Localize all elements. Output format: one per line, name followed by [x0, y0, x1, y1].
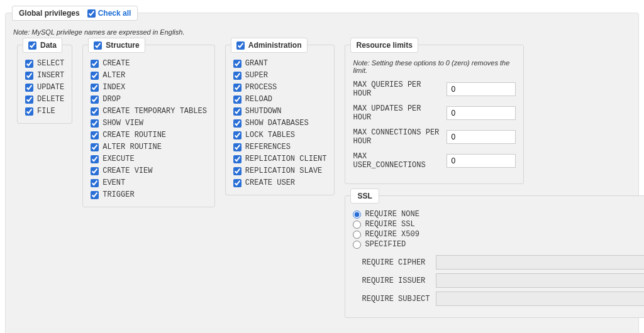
- group-data-checkbox[interactable]: [28, 41, 36, 50]
- privilege-checkbox[interactable]: [25, 84, 33, 92]
- rl-input-max-user-conn[interactable]: [447, 154, 516, 168]
- privilege-row[interactable]: SELECT: [25, 59, 64, 68]
- ssl-radio-ssl-row[interactable]: REQUIRE SSL: [353, 220, 644, 229]
- privilege-label: SHUTDOWN: [245, 107, 282, 116]
- privilege-row[interactable]: SHOW DATABASES: [233, 119, 327, 128]
- privilege-checkbox[interactable]: [91, 191, 99, 199]
- ssl-issuer-input[interactable]: [436, 273, 644, 288]
- ssl-radio-ssl-label: REQUIRE SSL: [365, 220, 414, 229]
- privilege-row[interactable]: RELOAD: [233, 95, 327, 104]
- check-all-label[interactable]: Check all: [98, 9, 131, 18]
- privilege-row[interactable]: DELETE: [25, 95, 64, 104]
- privilege-label: PROCESS: [245, 83, 277, 92]
- ssl-subject-row: REQUIRE SUBJECT: [362, 292, 644, 306]
- rl-row-max-connections: MAX CONNECTIONS PER HOUR: [353, 128, 516, 146]
- rl-label-max-user-conn: MAX USER_CONNECTIONS: [353, 152, 441, 170]
- privilege-row[interactable]: TRIGGER: [91, 190, 207, 199]
- ssl-radio-none-label: REQUIRE NONE: [365, 210, 419, 219]
- privilege-row[interactable]: CREATE: [91, 59, 207, 68]
- panel-title: Global privileges: [19, 9, 80, 18]
- privilege-checkbox[interactable]: [91, 143, 99, 151]
- privilege-row[interactable]: DROP: [91, 95, 207, 104]
- privilege-checkbox[interactable]: [25, 107, 33, 116]
- privilege-checkbox[interactable]: [233, 119, 242, 128]
- privilege-label: CREATE VIEW: [103, 166, 152, 175]
- ssl-cipher-label: REQUIRE CIPHER: [362, 258, 431, 267]
- privilege-row[interactable]: GRANT: [233, 59, 327, 68]
- privilege-row[interactable]: FILE: [25, 107, 64, 116]
- ssl-cipher-input[interactable]: [436, 255, 644, 270]
- privilege-checkbox[interactable]: [233, 167, 242, 175]
- privilege-row[interactable]: PROCESS: [233, 83, 327, 92]
- privilege-checkbox[interactable]: [91, 107, 99, 116]
- privilege-label: CREATE TEMPORARY TABLES: [103, 107, 207, 116]
- privilege-row[interactable]: EXECUTE: [91, 155, 207, 163]
- ssl-radio-spec-row[interactable]: SPECIFIED: [353, 240, 644, 249]
- privilege-row[interactable]: SHUTDOWN: [233, 107, 327, 116]
- privilege-checkbox[interactable]: [91, 131, 99, 139]
- privilege-checkbox[interactable]: [233, 143, 242, 151]
- check-all-checkbox[interactable]: [87, 9, 96, 18]
- privilege-checkbox[interactable]: [233, 155, 242, 163]
- group-structure-checkbox[interactable]: [94, 41, 102, 50]
- rl-label-max-updates: MAX UPDATES PER HOUR: [353, 104, 441, 122]
- privilege-checkbox[interactable]: [91, 155, 99, 163]
- privilege-label: REPLICATION CLIENT: [245, 155, 327, 163]
- privilege-checkbox[interactable]: [91, 167, 99, 175]
- privilege-row[interactable]: INSERT: [25, 71, 64, 80]
- ssl-issuer-row: REQUIRE ISSUER: [362, 273, 644, 288]
- privilege-checkbox[interactable]: [233, 131, 242, 139]
- rl-input-max-queries[interactable]: [447, 82, 516, 96]
- privilege-row[interactable]: CREATE TEMPORARY TABLES: [91, 107, 207, 116]
- privilege-row[interactable]: ALTER: [91, 71, 207, 80]
- global-privileges-panel: Global privileges Check all Note: MySQL …: [5, 13, 639, 333]
- privilege-row[interactable]: UPDATE: [25, 83, 64, 92]
- ssl-radio-x509-row[interactable]: REQUIRE X509: [353, 230, 644, 239]
- ssl-radio-x509[interactable]: [353, 231, 361, 239]
- privilege-checkbox[interactable]: [25, 96, 33, 104]
- ssl-radio-ssl[interactable]: [353, 221, 361, 229]
- ssl-title: SSL: [350, 188, 379, 204]
- privilege-row[interactable]: ALTER ROUTINE: [91, 143, 207, 151]
- rl-label-max-queries: MAX QUERIES PER HOUR: [353, 80, 441, 98]
- privilege-checkbox[interactable]: [91, 72, 99, 80]
- privilege-row[interactable]: REPLICATION CLIENT: [233, 155, 327, 163]
- privilege-checkbox[interactable]: [91, 179, 99, 187]
- privilege-row[interactable]: LOCK TABLES: [233, 131, 327, 139]
- rl-input-max-connections[interactable]: [447, 130, 516, 144]
- privilege-row[interactable]: EVENT: [91, 178, 207, 187]
- privilege-row[interactable]: INDEX: [91, 83, 207, 92]
- ssl-radio-spec[interactable]: [353, 241, 361, 249]
- privilege-checkbox[interactable]: [233, 72, 242, 80]
- privilege-checkbox[interactable]: [91, 119, 99, 128]
- privilege-label: LOCK TABLES: [245, 131, 295, 139]
- privilege-checkbox[interactable]: [233, 60, 242, 68]
- privilege-checkbox[interactable]: [233, 96, 242, 104]
- group-administration-label: Administration: [248, 41, 302, 50]
- privilege-label: REPLICATION SLAVE: [245, 166, 322, 175]
- ssl-subject-input[interactable]: [436, 292, 644, 306]
- privilege-checkbox[interactable]: [91, 96, 99, 104]
- privilege-row[interactable]: CREATE ROUTINE: [91, 131, 207, 139]
- privilege-row[interactable]: SUPER: [233, 71, 327, 80]
- group-administration-checkbox[interactable]: [236, 41, 245, 50]
- privilege-checkbox[interactable]: [233, 179, 242, 187]
- privilege-checkbox[interactable]: [25, 60, 33, 68]
- privilege-checkbox[interactable]: [233, 84, 242, 92]
- rl-input-max-updates[interactable]: [447, 106, 516, 120]
- privilege-row[interactable]: CREATE VIEW: [91, 166, 207, 175]
- privilege-row[interactable]: CREATE USER: [233, 178, 327, 187]
- ssl-radio-none[interactable]: [353, 210, 361, 219]
- privilege-row[interactable]: REFERENCES: [233, 143, 327, 151]
- privilege-label: EVENT: [103, 178, 125, 187]
- privilege-row[interactable]: REPLICATION SLAVE: [233, 166, 327, 175]
- privilege-checkbox[interactable]: [233, 107, 242, 116]
- privilege-checkbox[interactable]: [91, 84, 99, 92]
- resource-limits-title: Resource limits: [350, 38, 418, 53]
- ssl-cipher-row: REQUIRE CIPHER: [362, 255, 644, 270]
- privilege-label: DELETE: [37, 95, 64, 104]
- privilege-row[interactable]: SHOW VIEW: [91, 119, 207, 128]
- privilege-checkbox[interactable]: [25, 72, 33, 80]
- ssl-radio-none-row[interactable]: REQUIRE NONE: [353, 210, 644, 219]
- privilege-checkbox[interactable]: [91, 60, 99, 68]
